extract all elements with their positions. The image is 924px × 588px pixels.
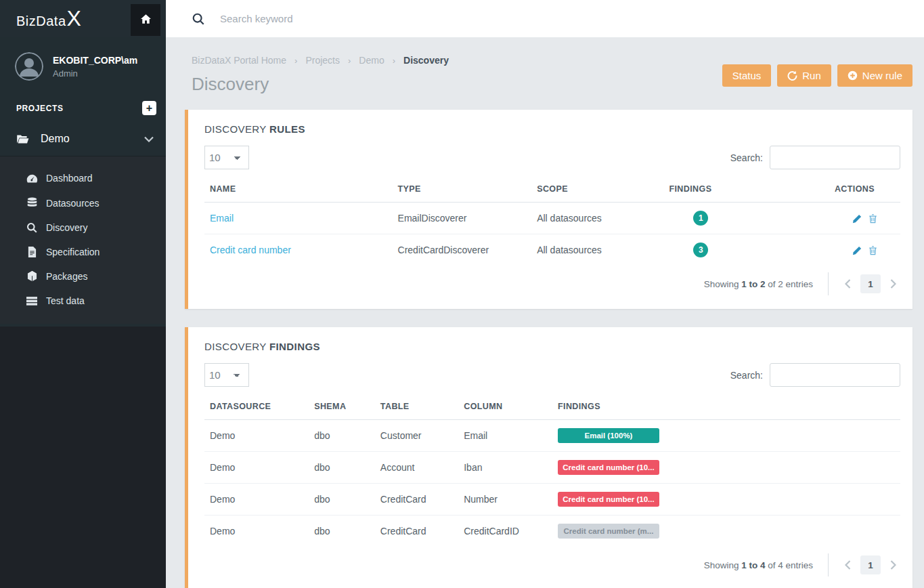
- new-rule-button[interactable]: New rule: [837, 64, 912, 87]
- discovery-rules-panel: DISCOVERY RULES 10 Search: NAME: [185, 110, 912, 309]
- rule-scope: All datasources: [531, 234, 663, 266]
- table-rows-icon: [26, 297, 38, 306]
- finding-datasource: Demo: [204, 452, 309, 484]
- logo-x: X: [67, 9, 82, 28]
- sidebar-item-specification[interactable]: Specification: [0, 240, 166, 264]
- new-rule-button-label: New rule: [862, 70, 902, 81]
- finding-column: Number: [458, 484, 552, 516]
- global-search-input[interactable]: [220, 13, 558, 24]
- finding-column: CreditCardID: [458, 516, 552, 547]
- user-info: EKOBIT_CORP\am Admin: [53, 55, 137, 79]
- rules-table: NAME TYPE SCOPE FINDINGS ACTIONS Email E…: [204, 177, 900, 266]
- refresh-icon: [787, 70, 797, 81]
- sidebar-project-demo[interactable]: Demo: [0, 125, 166, 156]
- global-search-icon: [192, 12, 205, 26]
- status-button[interactable]: Status: [722, 64, 772, 87]
- edit-icon[interactable]: [852, 214, 862, 224]
- rules-search: Search:: [730, 146, 900, 169]
- rule-scope: All datasources: [531, 203, 663, 234]
- sidebar-item-label: Packages: [46, 271, 87, 282]
- findings-toolbar: 10 Search:: [204, 363, 900, 387]
- sidebar-item-discovery[interactable]: Discovery: [0, 215, 166, 240]
- table-row: Demo dbo Account Iban Credit card number…: [204, 452, 900, 484]
- delete-icon[interactable]: [868, 246, 877, 255]
- findings-count-badge: 3: [693, 243, 708, 257]
- sidebar-item-dashboard[interactable]: Dashboard: [0, 166, 166, 190]
- sidebar-item-label: Discovery: [46, 222, 87, 233]
- page-header: BizDataX Portal Home › Projects › Demo ›…: [192, 55, 912, 95]
- main-area: BizDataX Portal Home › Projects › Demo ›…: [166, 0, 924, 588]
- rules-page-size-select[interactable]: 10: [204, 146, 249, 169]
- breadcrumb-current: Discovery: [403, 55, 449, 66]
- status-button-label: Status: [732, 70, 762, 81]
- rules-search-label: Search:: [730, 152, 763, 163]
- page-number-button[interactable]: 1: [860, 555, 881, 574]
- chevron-down-icon: [144, 136, 154, 142]
- home-icon: [139, 13, 152, 28]
- findings-page-size-select[interactable]: 10: [204, 363, 249, 387]
- rules-search-input[interactable]: [770, 146, 900, 169]
- finding-shema: dbo: [309, 420, 375, 452]
- plus-circle-icon: [848, 70, 858, 81]
- sidebar-item-label: Test data: [46, 295, 85, 306]
- discovery-findings-panel: DISCOVERY FINDINGS 10 Search: DATASOURCE: [185, 327, 912, 588]
- bizdatax-logo: BizDataX: [16, 9, 81, 29]
- page-number-button[interactable]: 1: [860, 274, 881, 293]
- col-shema: SHEMA: [309, 395, 375, 420]
- next-page-icon[interactable]: [886, 558, 900, 572]
- finding-shema: dbo: [309, 452, 375, 484]
- col-datasource: DATASOURCE: [204, 395, 309, 420]
- edit-icon[interactable]: [852, 246, 862, 255]
- header-buttons: Status Run New rule: [716, 64, 912, 87]
- rule-link-credit-card[interactable]: Credit card number: [210, 245, 291, 255]
- findings-count-badge: 1: [693, 211, 708, 226]
- finding-datasource: Demo: [204, 420, 309, 452]
- rules-header-row: NAME TYPE SCOPE FINDINGS ACTIONS: [204, 177, 900, 203]
- database-icon: [26, 197, 38, 209]
- next-page-icon[interactable]: [886, 276, 900, 291]
- col-findings: FINDINGS: [663, 177, 810, 203]
- finding-column: Email: [458, 420, 552, 452]
- finding-datasource: Demo: [204, 516, 309, 547]
- col-type: TYPE: [393, 177, 532, 203]
- sidebar-item-test-data[interactable]: Test data: [0, 289, 166, 313]
- col-column: COLUMN: [458, 395, 552, 420]
- finding-datasource: Demo: [204, 484, 309, 516]
- project-submenu: Dashboard Datasources Discovery: [0, 156, 166, 324]
- finding-shema: dbo: [309, 484, 375, 516]
- finding-shema: dbo: [309, 516, 375, 547]
- table-row: Demo dbo CreditCard CreditCardID Credit …: [204, 516, 900, 547]
- breadcrumb-project[interactable]: Demo: [359, 55, 384, 66]
- finding-table: CreditCard: [375, 484, 458, 516]
- findings-search-input[interactable]: [770, 363, 900, 387]
- sidebar-item-packages[interactable]: Packages: [0, 264, 166, 289]
- finding-badge: Credit card number (10...: [558, 492, 659, 507]
- finding-column: Iban: [458, 452, 552, 484]
- projects-label: PROJECTS: [16, 104, 63, 113]
- table-row: Credit card number CreditCardDiscoverer …: [204, 234, 900, 266]
- breadcrumb-projects[interactable]: Projects: [305, 55, 340, 66]
- add-project-button[interactable]: +: [142, 101, 156, 115]
- finding-badge: Credit card number (10...: [558, 460, 659, 475]
- rule-link-email[interactable]: Email: [210, 213, 234, 224]
- run-button[interactable]: Run: [777, 64, 831, 87]
- breadcrumb-separator-icon: ›: [294, 56, 297, 66]
- findings-search: Search:: [730, 363, 900, 387]
- breadcrumb-home[interactable]: BizDataX Portal Home: [192, 55, 286, 66]
- col-actions: ACTIONS: [810, 177, 900, 203]
- prev-page-icon[interactable]: [841, 558, 855, 572]
- prev-page-icon[interactable]: [841, 276, 855, 291]
- plus-icon: +: [146, 103, 152, 114]
- table-row: Demo dbo Customer Email Email (100%): [204, 420, 900, 452]
- rules-pager: 1: [841, 274, 900, 293]
- sidebar-item-datasources[interactable]: Datasources: [0, 190, 166, 215]
- footer-divider: [828, 272, 829, 295]
- findings-header-row: DATASOURCE SHEMA TABLE COLUMN FINDINGS: [204, 395, 900, 420]
- delete-icon[interactable]: [868, 214, 877, 224]
- user-name: EKOBIT_CORP\am: [53, 55, 137, 66]
- finding-badge: Credit card number (m...: [558, 524, 659, 539]
- breadcrumb: BizDataX Portal Home › Projects › Demo ›…: [192, 55, 449, 66]
- findings-panel-footer: Showing 1 to 4 of 4 entries 1: [204, 553, 900, 581]
- home-button[interactable]: [131, 4, 160, 36]
- package-icon: [26, 271, 38, 282]
